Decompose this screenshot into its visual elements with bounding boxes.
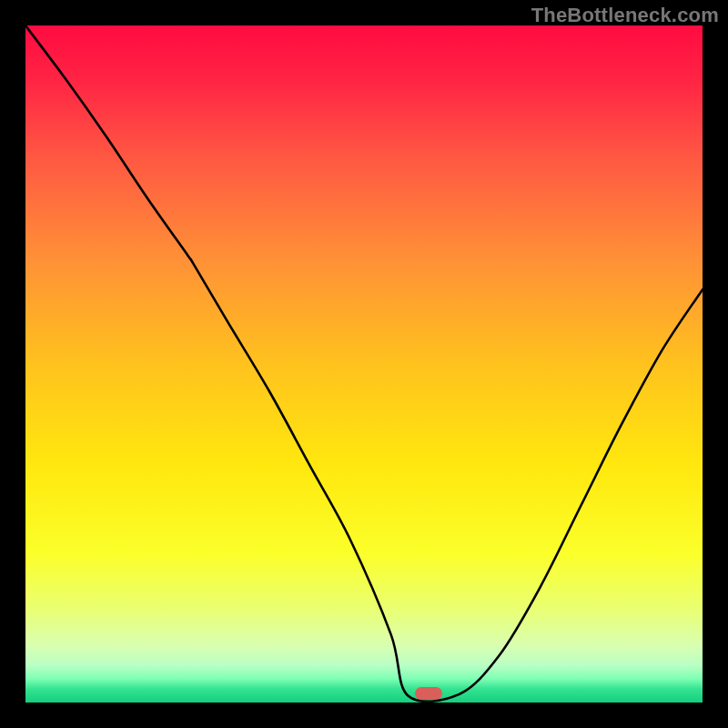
curve-layer bbox=[25, 25, 703, 703]
chart-frame: TheBottleneck.com bbox=[0, 0, 728, 728]
plot-area bbox=[25, 25, 703, 703]
watermark-text: TheBottleneck.com bbox=[531, 4, 719, 27]
bottleneck-curve bbox=[25, 25, 703, 702]
